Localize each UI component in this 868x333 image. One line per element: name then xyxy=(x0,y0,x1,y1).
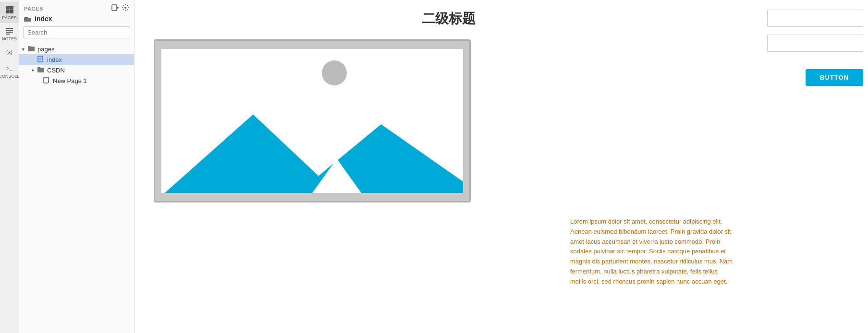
csdn-arrow: ▼ xyxy=(31,68,37,73)
sidebar-variables[interactable]: (x) (x) xyxy=(0,44,19,60)
notes-icon xyxy=(5,26,14,36)
widget-input-2[interactable] xyxy=(767,35,863,52)
index-label: index xyxy=(35,15,52,23)
pages-label: PAGES xyxy=(2,15,16,20)
pages-icon xyxy=(5,5,14,14)
tree-pages-folder[interactable]: ▼ pages xyxy=(19,44,134,54)
right-widgets: BUTTON xyxy=(762,0,868,333)
tree-new-page[interactable]: New Page 1 xyxy=(19,75,134,86)
widget-input-1[interactable] xyxy=(767,10,863,27)
svg-marker-18 xyxy=(165,114,337,193)
settings-icon[interactable] xyxy=(122,4,129,13)
svg-rect-2 xyxy=(6,10,10,13)
pages-panel: PAGES index ▼ pages xyxy=(19,0,134,333)
csdn-folder-label: CSDN xyxy=(47,67,65,74)
svg-rect-1 xyxy=(10,6,13,10)
image-inner xyxy=(161,49,463,193)
svg-rect-0 xyxy=(6,6,10,10)
pages-section-title: PAGES xyxy=(24,6,43,12)
sidebar-console[interactable]: >_ CONSOLE xyxy=(0,60,19,82)
new-page-icon[interactable] xyxy=(111,4,119,13)
svg-rect-13 xyxy=(24,18,31,22)
console-icon: >_ xyxy=(5,63,14,73)
svg-rect-3 xyxy=(10,10,13,13)
header-icons xyxy=(111,4,129,13)
content-row: Lorem ipsum dolor sit amet, consectetur … xyxy=(154,217,743,287)
file-icon xyxy=(37,56,45,64)
svg-rect-7 xyxy=(6,34,10,35)
notes-label: NOTES xyxy=(2,36,17,41)
search-input[interactable] xyxy=(23,26,130,38)
new-page-label: New Page 1 xyxy=(53,77,87,84)
svg-rect-14 xyxy=(38,56,43,62)
svg-point-11 xyxy=(124,7,126,9)
svg-rect-8 xyxy=(112,5,117,11)
file-tree: ▼ pages index ▼ CSDN xyxy=(19,42,134,333)
folder-open-icon xyxy=(28,46,36,53)
svg-rect-5 xyxy=(6,30,13,31)
pages-header: PAGES xyxy=(19,0,134,15)
svg-rect-4 xyxy=(6,28,13,29)
variables-icon: (x) xyxy=(5,47,14,57)
page-title: 二级标题 xyxy=(154,10,743,28)
image-placeholder xyxy=(154,39,471,202)
index-file-label: index xyxy=(47,56,62,63)
sidebar-notes[interactable]: NOTES xyxy=(0,23,19,44)
sidebar-pages[interactable]: PAGES xyxy=(0,2,19,23)
pages-folder-label: pages xyxy=(37,46,54,53)
svg-rect-6 xyxy=(6,32,13,33)
csdn-folder-icon xyxy=(37,67,45,74)
svg-rect-17 xyxy=(44,77,49,83)
arrow-icon: ▼ xyxy=(21,47,28,52)
tree-index-file[interactable]: index xyxy=(19,54,134,65)
console-label: CONSOLE xyxy=(0,74,20,79)
lorem-text: Lorem ipsum dolor sit amet, consectetur … xyxy=(570,217,734,287)
tree-csdn-folder[interactable]: ▼ CSDN xyxy=(19,65,134,75)
widget-button[interactable]: BUTTON xyxy=(806,69,863,86)
main-content: 二级标题 Lorem ipsum dolor sit amet, consect… xyxy=(134,0,762,333)
folder-icon xyxy=(24,15,32,23)
icon-sidebar: PAGES NOTES (x) (x) >_ CONSOLE xyxy=(0,0,19,333)
new-page-file-icon xyxy=(43,77,51,85)
